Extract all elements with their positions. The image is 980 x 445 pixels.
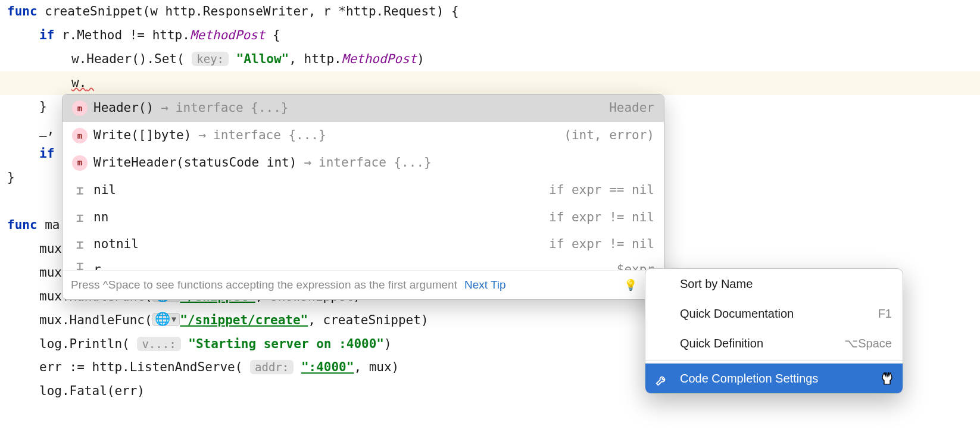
menu-separator xyxy=(645,361,903,361)
error-fragment: w. xyxy=(71,76,86,90)
completion-popup[interactable]: m Header() → interface {...} Header m Wr… xyxy=(62,94,664,300)
method-icon: m xyxy=(72,101,88,116)
menu-quick-documentation[interactable]: Quick Documentation F1 xyxy=(645,299,903,328)
completion-item[interactable]: ⌶ nn if expr != nil xyxy=(63,204,664,231)
completion-item[interactable]: ⌶ nil if expr == nil xyxy=(63,177,664,204)
menu-code-completion-settings[interactable]: Code Completion Settings xyxy=(645,363,903,393)
param-hint: v...: xyxy=(137,337,180,351)
param-hint: addr: xyxy=(250,360,294,374)
completion-item[interactable]: m Header() → interface {...} Header xyxy=(63,95,664,122)
keyword-if: if xyxy=(39,28,54,42)
shortcut-label: ⌥Space xyxy=(844,332,892,355)
code-line[interactable]: func createSnippet(w http.ResponseWriter… xyxy=(0,0,980,24)
context-menu[interactable]: Sort by Name Quick Documentation F1 Quic… xyxy=(645,268,903,394)
bulb-icon[interactable]: 💡 xyxy=(624,275,637,295)
method-icon: m xyxy=(72,155,88,171)
method-icon: m xyxy=(72,128,88,143)
wrench-icon xyxy=(655,371,669,386)
cursor-icon xyxy=(881,372,894,394)
completion-item[interactable]: m WriteHeader(statusCode int) → interfac… xyxy=(63,149,664,177)
param-hint: key: xyxy=(192,52,229,66)
shortcut-label: F1 xyxy=(878,302,892,325)
completion-item[interactable]: ⌶ notnil if expr != nil xyxy=(63,231,664,258)
template-icon: ⌶ xyxy=(72,183,88,198)
template-icon: ⌶ xyxy=(72,258,88,270)
completion-item[interactable]: m Write([]byte) → interface {...} (int, … xyxy=(63,122,664,149)
completion-hint-text: Press ^Space to see functions accepting … xyxy=(71,274,457,296)
code-line[interactable]: if r.Method != http.MethodPost { xyxy=(0,24,980,48)
template-icon: ⌶ xyxy=(72,210,88,225)
completion-item-cutoff[interactable]: ⌶ r $expr xyxy=(63,258,664,270)
menu-sort-by-name[interactable]: Sort by Name xyxy=(645,269,903,299)
keyword-func: func xyxy=(7,4,38,18)
next-tip-link[interactable]: Next Tip xyxy=(464,274,506,296)
globe-icon: 🌐▾ xyxy=(152,313,180,326)
template-icon: ⌶ xyxy=(72,237,88,252)
caret-line[interactable]: w. xyxy=(0,71,980,95)
menu-quick-definition[interactable]: Quick Definition ⌥Space xyxy=(645,328,903,358)
code-line[interactable]: w.Header().Set( key: "Allow", http.Metho… xyxy=(0,48,980,71)
completion-hint-bar: Press ^Space to see functions accepting … xyxy=(63,270,664,299)
